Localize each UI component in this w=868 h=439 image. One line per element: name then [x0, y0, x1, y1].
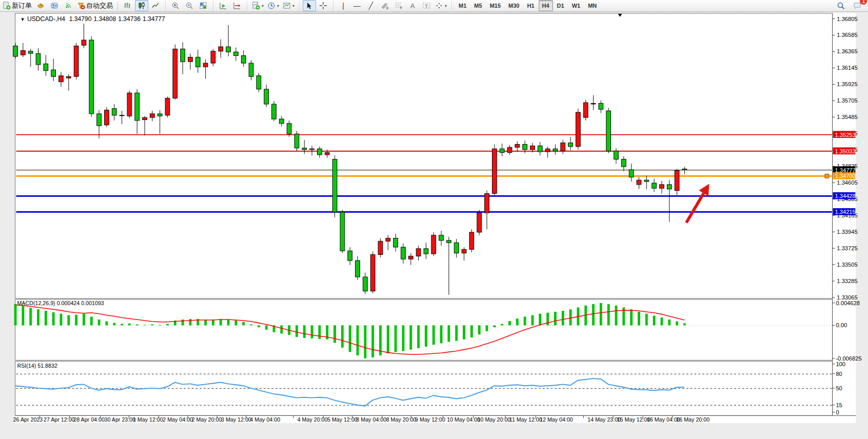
- zoom-in-button[interactable]: [169, 0, 182, 11]
- market-button[interactable]: [34, 0, 47, 11]
- timeframe-mn[interactable]: MN: [584, 0, 600, 11]
- label-tool-button[interactable]: T: [420, 0, 433, 11]
- arrows-tool-button[interactable]: ▾: [433, 0, 448, 11]
- rsi-axis-label: 15: [836, 402, 842, 408]
- chart-menu-arrow[interactable]: ▼: [20, 16, 25, 22]
- rsi-axis-label: 50: [836, 385, 842, 391]
- trendline-tool-button[interactable]: ╱: [364, 0, 378, 11]
- macd-histogram-bar: [463, 325, 465, 339]
- macd-histogram-bar: [14, 304, 17, 326]
- chart-shift-button[interactable]: [230, 0, 244, 11]
- high-value: 1.34808: [93, 15, 116, 23]
- chat-button[interactable]: 1: [851, 0, 864, 11]
- time-axis-label: 3 May 12:00: [221, 416, 251, 423]
- timeframe-d1[interactable]: D1: [554, 0, 568, 11]
- crosshair-icon: [319, 2, 327, 10]
- timeframe-h1[interactable]: H1: [523, 0, 538, 11]
- candle-body-down: [135, 93, 140, 121]
- auto-scroll-button[interactable]: [216, 0, 230, 11]
- crosshair-tool-button[interactable]: [317, 0, 330, 11]
- indicators-button[interactable]: ▾: [250, 0, 265, 11]
- macd-histogram-bar: [90, 316, 93, 325]
- macd-histogram-bar: [364, 325, 366, 358]
- search-icon: [837, 2, 845, 10]
- chart-shift-icon: [233, 2, 241, 10]
- timeframe-w1[interactable]: W1: [568, 0, 584, 11]
- chart-window: 1.368051.365851.363651.361451.359251.357…: [0, 12, 868, 439]
- rsi-label: RSI(14) 51.8832: [17, 363, 57, 369]
- chart-canvas[interactable]: 1.368051.365851.363651.361451.359251.357…: [0, 12, 868, 439]
- timeframe-m1[interactable]: M1: [455, 0, 470, 11]
- autotrading-button[interactable]: 自动交易: [75, 0, 114, 11]
- bar-chart-button[interactable]: [121, 0, 134, 11]
- price-axis-label: 1.36365: [837, 48, 857, 54]
- toolbar-grip: [331, 1, 335, 10]
- macd-histogram-bar: [98, 320, 101, 325]
- cursor-icon: [306, 2, 313, 10]
- main-price-pane[interactable]: [15, 13, 833, 298]
- signal-button[interactable]: [62, 0, 75, 11]
- candle-body-up: [477, 213, 482, 232]
- timeframe-m5[interactable]: M5: [470, 0, 485, 11]
- macd-histogram-bar: [227, 320, 230, 325]
- macd-histogram-bar: [592, 304, 595, 326]
- candle-body-down: [538, 146, 542, 152]
- macd-histogram-bar: [189, 319, 192, 325]
- candle: [272, 101, 277, 121]
- time-axis-label: 12 May 04:00: [540, 416, 573, 423]
- fibonacci-tool-button[interactable]: F: [392, 0, 405, 11]
- text-tool-button[interactable]: A: [406, 0, 419, 11]
- chevron-down-icon: ▾: [292, 4, 294, 8]
- vertical-line-tool-button[interactable]: |: [337, 0, 350, 11]
- zoom-out-button[interactable]: [183, 0, 196, 11]
- candle: [340, 210, 345, 253]
- orange-level-line-handle[interactable]: [825, 174, 829, 178]
- tile-windows-button[interactable]: [196, 0, 210, 11]
- svg-text:F: F: [400, 6, 402, 10]
- candle: [105, 107, 109, 127]
- timeframe-m30[interactable]: M30: [505, 0, 523, 11]
- cursor-tool-button[interactable]: [303, 0, 316, 11]
- template-icon: [283, 2, 291, 10]
- candle-body-down: [340, 212, 345, 251]
- label-icon: T: [422, 2, 431, 10]
- candle-body-down: [249, 63, 253, 76]
- chevron-down-icon: ▾: [445, 4, 447, 8]
- templates-button[interactable]: ▾: [281, 0, 296, 11]
- candle-body-down: [621, 159, 626, 167]
- macd-axis-label: 0.00: [836, 322, 847, 328]
- search-button[interactable]: [834, 0, 847, 11]
- price-axis-label: 1.36585: [837, 32, 857, 38]
- new-order-icon: [3, 2, 11, 10]
- macd-histogram-bar: [220, 319, 222, 325]
- time-axis-label: 16 May 04:00: [647, 416, 680, 423]
- profile-button[interactable]: [48, 0, 61, 11]
- candle-body-down: [36, 53, 41, 65]
- horizontal-line-tool-button[interactable]: —: [350, 0, 364, 11]
- macd-histogram-bar: [615, 306, 618, 326]
- candle-body-up: [530, 146, 535, 149]
- candlestick-chart-button[interactable]: [135, 0, 148, 11]
- timeframe-h4[interactable]: H4: [539, 0, 553, 11]
- new-order-button[interactable]: 新订单: [1, 0, 33, 11]
- chat-badge: 1: [860, 0, 867, 5]
- rsi-axis-label: 80: [836, 371, 842, 377]
- macd-histogram-bar: [417, 325, 420, 348]
- candle-body-up: [591, 104, 596, 104]
- candle-body-down: [234, 52, 239, 55]
- candle-body-down: [614, 151, 619, 159]
- candle-body-up: [188, 57, 193, 62]
- candle-body-down: [195, 57, 200, 67]
- low-value: 1.34736: [118, 15, 141, 23]
- periods-button[interactable]: ▾: [266, 0, 281, 11]
- timeframe-m15[interactable]: M15: [486, 0, 504, 11]
- macd-pane[interactable]: [15, 300, 833, 361]
- macd-histogram-bar: [531, 315, 534, 326]
- candle-body-up: [462, 249, 466, 253]
- line-chart-button[interactable]: [149, 0, 162, 11]
- channel-tool-button[interactable]: E: [378, 0, 391, 11]
- macd-histogram-bar: [432, 325, 435, 345]
- trendline-icon: ╱: [369, 2, 373, 9]
- candle: [257, 73, 261, 92]
- macd-histogram-bar: [121, 324, 123, 326]
